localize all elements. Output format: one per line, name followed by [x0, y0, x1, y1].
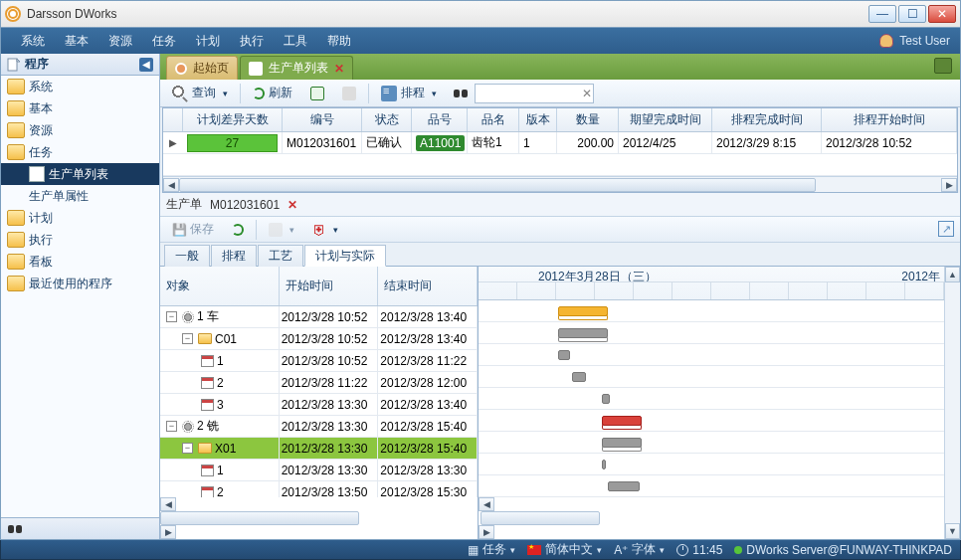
maximize-button[interactable]: ☐ [898, 5, 926, 23]
schedule-button[interactable]: 排程 [375, 83, 443, 103]
grid-hscroll[interactable]: ◀ ▶ [163, 176, 957, 192]
find-icon[interactable] [453, 86, 469, 101]
clear-search-icon[interactable]: ✕ [582, 87, 592, 100]
gh-object[interactable]: 对象 [160, 267, 280, 305]
row-label: 1 车 [197, 308, 219, 325]
tree-exec[interactable]: 执行 [1, 229, 159, 251]
gantt-row[interactable]: 22012/3/28 13:502012/3/28 15:30 [160, 481, 478, 497]
gantt-tree-hscroll[interactable]: ◀▶ [160, 497, 478, 539]
col-pname[interactable]: 品名 [468, 108, 519, 131]
close-button[interactable]: ✕ [928, 5, 956, 23]
tab-orderlist[interactable]: 生产单列表 ✕ [240, 56, 353, 80]
refresh-button[interactable]: 刷新 [247, 83, 298, 103]
save-icon: 💾 [172, 223, 186, 237]
gantt-bar[interactable] [572, 372, 586, 382]
menu-basic[interactable]: 基本 [55, 33, 98, 50]
gantt-row[interactable]: 12012/3/28 10:522012/3/28 11:22 [160, 350, 478, 372]
row-label: 3 [217, 398, 224, 412]
main-toolbar: 查询 刷新 排程 ✕ [160, 80, 960, 107]
expand-icon[interactable]: − [166, 311, 177, 322]
popout-icon[interactable]: ↗ [938, 221, 954, 237]
gantt-bar-row [479, 300, 944, 322]
refresh-detail-button[interactable] [226, 222, 250, 238]
menu-exec[interactable]: 执行 [230, 33, 274, 50]
excel-button[interactable] [304, 85, 330, 102]
detail-close-icon[interactable]: ✕ [288, 198, 297, 212]
gantt-bar[interactable] [608, 481, 640, 491]
shield-button[interactable]: ⛨ [306, 220, 344, 240]
menu-system[interactable]: 系统 [11, 33, 55, 50]
gantt-row[interactable]: −1 车2012/3/28 10:522012/3/28 13:40 [160, 306, 478, 328]
nav-header-icon [7, 58, 21, 72]
tree-basic[interactable]: 基本 [1, 97, 159, 119]
query-button[interactable]: 查询 [166, 83, 234, 103]
minimize-button[interactable]: — [868, 5, 896, 23]
dtab-schedule[interactable]: 排程 [211, 245, 257, 267]
menu-help[interactable]: 帮助 [317, 33, 361, 50]
status-task[interactable]: ▦ 任务 ▾ [468, 541, 515, 558]
gear-icon [182, 421, 194, 433]
gantt-bar-row [479, 432, 944, 454]
gantt-row[interactable]: 12012/3/28 13:302012/3/28 13:30 [160, 460, 478, 481]
tree-resource[interactable]: 资源 [1, 119, 159, 141]
col-schend[interactable]: 排程完成时间 [712, 108, 822, 131]
collapse-icon[interactable]: ◀ [139, 58, 153, 72]
status-font[interactable]: A⁺ 字体 ▾ [614, 541, 665, 558]
col-code[interactable]: 编号 [283, 108, 362, 131]
menu-tool[interactable]: 工具 [274, 33, 317, 50]
gantt-row[interactable]: −X012012/3/28 13:302012/3/28 15:40 [160, 438, 478, 460]
gantt-row[interactable]: −C012012/3/28 10:522012/3/28 13:40 [160, 328, 478, 350]
expand-icon[interactable]: − [182, 333, 193, 344]
document-tabs: 起始页 生产单列表 ✕ [160, 54, 960, 80]
tree-order-props[interactable]: 生产单属性 [1, 185, 159, 207]
expand-icon[interactable]: − [166, 421, 177, 432]
status-bar: ▦ 任务 ▾ 简体中文 ▾ A⁺ 字体 ▾ 11:45 DWorks Serve… [0, 540, 961, 560]
expand-icon[interactable]: − [182, 443, 193, 454]
binoculars-icon[interactable] [7, 521, 23, 537]
dtab-planactual[interactable]: 计划与实际 [304, 245, 386, 267]
gh-end[interactable]: 结束时间 [378, 267, 478, 305]
gantt-bar[interactable] [602, 394, 610, 404]
col-due[interactable]: 期望完成时间 [619, 108, 712, 131]
tree-recent[interactable]: 最近使用的程序 [1, 273, 159, 294]
nav-tree: 系统 基本 资源 任务 生产单列表 生产单属性 计划 执行 看板 最近使用的程序 [1, 76, 159, 517]
gantt-bar[interactable] [558, 350, 570, 360]
col-qty[interactable]: 数量 [557, 108, 619, 131]
gantt-row[interactable]: −2 铣2012/3/28 13:302012/3/28 15:40 [160, 416, 478, 438]
tree-plan[interactable]: 计划 [1, 207, 159, 229]
col-status[interactable]: 状态 [362, 108, 412, 131]
grid-row[interactable]: ▶ 27 M012031601 已确认 A11001 齿轮1 1 200.00 … [163, 132, 957, 154]
link-button[interactable] [263, 221, 300, 239]
search-input[interactable] [475, 84, 594, 103]
gantt-row[interactable]: 32012/3/28 13:302012/3/28 13:40 [160, 394, 478, 416]
current-user[interactable]: Test User [879, 34, 950, 48]
gh-start[interactable]: 开始时间 [280, 267, 379, 305]
col-ver[interactable]: 版本 [519, 108, 557, 131]
status-lang[interactable]: 简体中文 ▾ [527, 541, 602, 558]
tree-kanban[interactable]: 看板 [1, 251, 159, 273]
menu-task[interactable]: 任务 [142, 33, 186, 50]
gantt-vscroll[interactable]: ▲▼ [944, 267, 960, 539]
col-schstart[interactable]: 排程开始时间 [822, 108, 957, 131]
dtab-process[interactable]: 工艺 [258, 245, 303, 267]
tab-close-icon[interactable]: ✕ [334, 62, 344, 76]
col-pno[interactable]: 品号 [412, 108, 468, 131]
menu-plan[interactable]: 计划 [186, 33, 230, 50]
menu-resource[interactable]: 资源 [98, 33, 142, 50]
gantt-chart-hscroll[interactable]: ◀▶ [479, 497, 944, 539]
calendar-icon [201, 486, 214, 498]
tab-system-button[interactable] [934, 58, 952, 74]
dtab-general[interactable]: 一般 [164, 245, 210, 267]
gantt-row[interactable]: 22012/3/28 11:222012/3/28 12:00 [160, 372, 478, 394]
col-diff[interactable]: 计划差异天数 [183, 108, 283, 131]
clock-icon [676, 544, 688, 556]
edit-button[interactable] [336, 85, 362, 102]
tree-order-list[interactable]: 生产单列表 [1, 163, 159, 185]
row-label: X01 [215, 442, 236, 456]
gantt-bar[interactable] [602, 460, 606, 469]
tab-startpage[interactable]: 起始页 [166, 56, 238, 80]
doc-icon [249, 62, 263, 76]
save-button[interactable]: 💾 保存 [166, 219, 220, 240]
tree-task[interactable]: 任务 [1, 141, 159, 163]
tree-system[interactable]: 系统 [1, 76, 159, 97]
